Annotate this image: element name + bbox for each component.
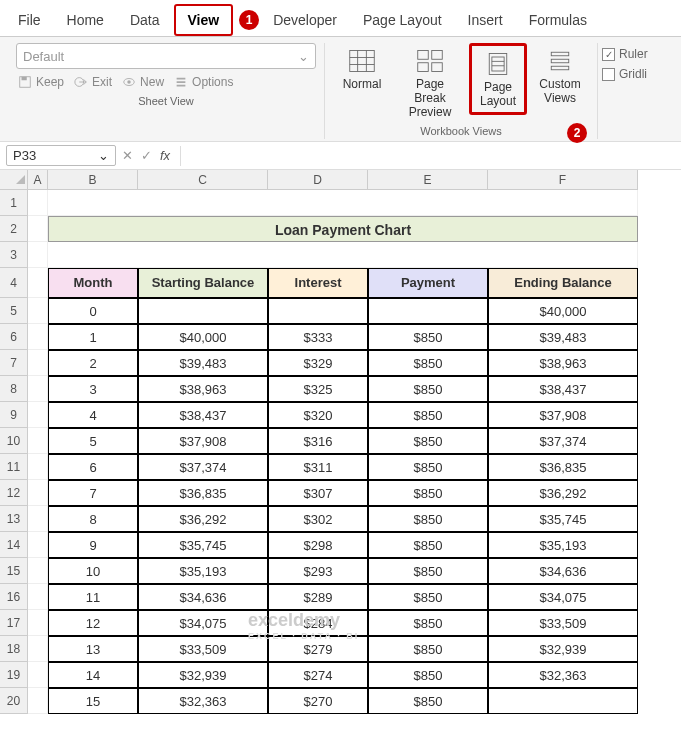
- cell-month[interactable]: 7: [48, 480, 138, 506]
- cell-start[interactable]: $37,374: [138, 454, 268, 480]
- cell-month[interactable]: 3: [48, 376, 138, 402]
- cell-month[interactable]: 9: [48, 532, 138, 558]
- cell-interest[interactable]: $298: [268, 532, 368, 558]
- row-header[interactable]: 8: [0, 376, 28, 402]
- normal-view-button[interactable]: Normal: [333, 43, 391, 95]
- keep-button[interactable]: Keep: [18, 75, 64, 89]
- tab-formulas[interactable]: Formulas: [517, 6, 599, 34]
- cancel-icon[interactable]: ✕: [122, 148, 133, 163]
- cell-month[interactable]: 13: [48, 636, 138, 662]
- cell-ending[interactable]: $32,363: [488, 662, 638, 688]
- cell-start[interactable]: [138, 298, 268, 324]
- cell-ending[interactable]: $37,908: [488, 402, 638, 428]
- page-layout-button[interactable]: Page Layout: [469, 43, 527, 115]
- cell-interest[interactable]: $302: [268, 506, 368, 532]
- gridlines-checkbox[interactable]: Gridli: [602, 67, 648, 81]
- row-header[interactable]: 4: [0, 268, 28, 298]
- tab-page-layout[interactable]: Page Layout: [351, 6, 454, 34]
- cell-month[interactable]: 8: [48, 506, 138, 532]
- cell-ending[interactable]: $36,835: [488, 454, 638, 480]
- cell-start[interactable]: $34,075: [138, 610, 268, 636]
- col-header-a[interactable]: A: [28, 170, 48, 190]
- row-header[interactable]: 17: [0, 610, 28, 636]
- cell-month[interactable]: 10: [48, 558, 138, 584]
- row-header[interactable]: 3: [0, 242, 28, 268]
- cell-start[interactable]: $32,939: [138, 662, 268, 688]
- cell-payment[interactable]: $850: [368, 636, 488, 662]
- row-header[interactable]: 2: [0, 216, 28, 242]
- row-header[interactable]: 19: [0, 662, 28, 688]
- cell-start[interactable]: $34,636: [138, 584, 268, 610]
- cells-area[interactable]: Loan Payment Chart Month Starting Balanc…: [28, 190, 681, 714]
- tab-developer[interactable]: Developer: [261, 6, 349, 34]
- cell-month[interactable]: 1: [48, 324, 138, 350]
- cell-month[interactable]: 2: [48, 350, 138, 376]
- cell-ending[interactable]: $32,939: [488, 636, 638, 662]
- cell-ending[interactable]: $34,075: [488, 584, 638, 610]
- col-header-f[interactable]: F: [488, 170, 638, 190]
- cell-month[interactable]: 15: [48, 688, 138, 714]
- cell-ending[interactable]: $35,193: [488, 532, 638, 558]
- cell-interest[interactable]: $333: [268, 324, 368, 350]
- cell-ending[interactable]: $36,292: [488, 480, 638, 506]
- row-header[interactable]: 20: [0, 688, 28, 714]
- row-header[interactable]: 1: [0, 190, 28, 216]
- cell-payment[interactable]: $850: [368, 454, 488, 480]
- sheet-view-combo[interactable]: Default ⌄: [16, 43, 316, 69]
- cell-payment[interactable]: $850: [368, 532, 488, 558]
- cell-interest[interactable]: [268, 298, 368, 324]
- col-header-b[interactable]: B: [48, 170, 138, 190]
- cell-interest[interactable]: $329: [268, 350, 368, 376]
- cell-start[interactable]: $36,835: [138, 480, 268, 506]
- cell-month[interactable]: 4: [48, 402, 138, 428]
- row-header[interactable]: 11: [0, 454, 28, 480]
- row-header[interactable]: 7: [0, 350, 28, 376]
- row-header[interactable]: 10: [0, 428, 28, 454]
- cell-interest[interactable]: $316: [268, 428, 368, 454]
- row-header[interactable]: 14: [0, 532, 28, 558]
- cell-start[interactable]: $35,745: [138, 532, 268, 558]
- tab-file[interactable]: File: [6, 6, 53, 34]
- page-break-preview-button[interactable]: Page Break Preview: [395, 43, 465, 123]
- cell-start[interactable]: $36,292: [138, 506, 268, 532]
- cell-payment[interactable]: $850: [368, 324, 488, 350]
- cell-interest[interactable]: $307: [268, 480, 368, 506]
- cell-interest[interactable]: $311: [268, 454, 368, 480]
- cell-payment[interactable]: $850: [368, 662, 488, 688]
- cell-interest[interactable]: $270: [268, 688, 368, 714]
- cell-payment[interactable]: $850: [368, 610, 488, 636]
- cell-start[interactable]: $32,363: [138, 688, 268, 714]
- tab-home[interactable]: Home: [55, 6, 116, 34]
- row-header[interactable]: 15: [0, 558, 28, 584]
- cell-ending[interactable]: $33,509: [488, 610, 638, 636]
- cell-interest[interactable]: $284: [268, 610, 368, 636]
- cell-ending[interactable]: $38,963: [488, 350, 638, 376]
- cell-month[interactable]: 14: [48, 662, 138, 688]
- cell-payment[interactable]: $850: [368, 558, 488, 584]
- row-header[interactable]: 13: [0, 506, 28, 532]
- cell-month[interactable]: 6: [48, 454, 138, 480]
- cell-start[interactable]: $40,000: [138, 324, 268, 350]
- cell-payment[interactable]: [368, 298, 488, 324]
- cell-ending[interactable]: $38,437: [488, 376, 638, 402]
- custom-views-button[interactable]: Custom Views: [531, 43, 589, 109]
- select-all-corner[interactable]: [0, 170, 28, 190]
- cell-start[interactable]: $39,483: [138, 350, 268, 376]
- row-header[interactable]: 16: [0, 584, 28, 610]
- cell-interest[interactable]: $293: [268, 558, 368, 584]
- cell-interest[interactable]: $289: [268, 584, 368, 610]
- ruler-checkbox[interactable]: ✓ Ruler: [602, 47, 648, 61]
- cell-month[interactable]: 0: [48, 298, 138, 324]
- cell-payment[interactable]: $850: [368, 350, 488, 376]
- confirm-icon[interactable]: ✓: [141, 148, 152, 163]
- row-header[interactable]: 5: [0, 298, 28, 324]
- col-header-e[interactable]: E: [368, 170, 488, 190]
- cell-payment[interactable]: $850: [368, 688, 488, 714]
- cell-payment[interactable]: $850: [368, 480, 488, 506]
- fx-icon[interactable]: fx: [160, 148, 170, 163]
- cell-interest[interactable]: $274: [268, 662, 368, 688]
- cell-start[interactable]: $37,908: [138, 428, 268, 454]
- cell-ending[interactable]: [488, 688, 638, 714]
- tab-data[interactable]: Data: [118, 6, 172, 34]
- cell-ending[interactable]: $34,636: [488, 558, 638, 584]
